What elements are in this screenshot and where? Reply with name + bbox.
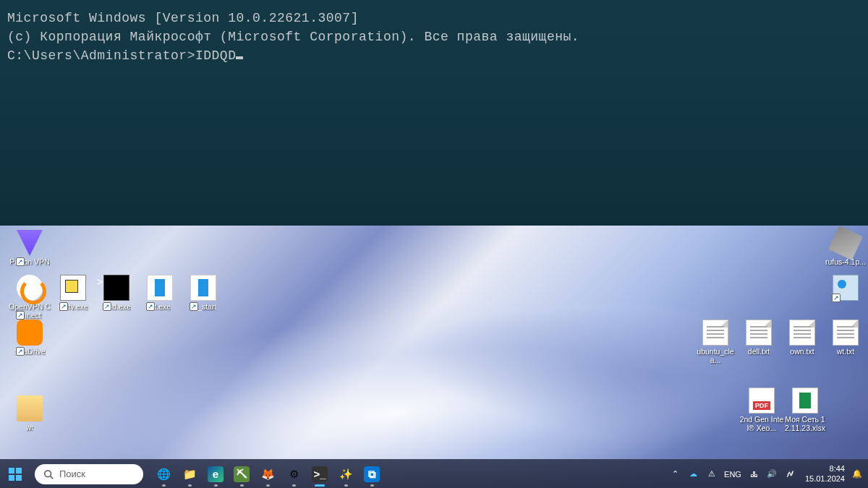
icon-label: wt.txt [837, 347, 855, 356]
desktop-icon-openvpn-connect[interactable]: ↗OpenVPN Connect [7, 275, 52, 320]
start-button[interactable] [0, 460, 30, 488]
xlsx-network-icon [792, 388, 818, 414]
icon-label: own.txt [790, 347, 814, 356]
active-indicator [240, 484, 244, 487]
desktop-icon-ubuntu-clean[interactable]: ubuntu_clea... [693, 320, 738, 364]
terminal-window[interactable]: Microsoft Windows [Version 10.0.22621.30… [0, 0, 868, 226]
firefox-icon: 🦊 [260, 466, 276, 482]
desktop-icon-seadrive[interactable]: ↗SeaDrive [7, 320, 52, 356]
clock-date: 15.01.2024 [805, 474, 845, 484]
terminal-input[interactable]: IDDQD [195, 48, 237, 63]
shortcut-arrow-icon: ↗ [190, 302, 198, 311]
wt-txt-icon [833, 320, 859, 346]
terminal-icon: >_ [312, 466, 328, 482]
tray-battery[interactable]: 🗲 [781, 460, 799, 488]
tray-onedrive[interactable]: ☁ [684, 460, 702, 488]
taskbar-app-settings[interactable]: ⚙ [281, 460, 307, 488]
active-indicator [162, 484, 166, 487]
desktop-icon-proton-vpn[interactable]: ↗Proton VPN [7, 230, 52, 266]
icon-label: 2nd Gen Intel® Xeo... [739, 415, 784, 432]
terminal-prompt: C:\Users\Administrator> [7, 48, 195, 63]
taskbar-app-copilot[interactable]: ✨ [333, 460, 359, 488]
active-indicator [214, 484, 218, 487]
svg-point-0 [45, 470, 51, 476]
taskbar-app-edge-alt[interactable]: 🌐 [150, 460, 176, 488]
clock-time: 8:44 [830, 464, 845, 474]
tray-network[interactable]: 🖧 [745, 460, 763, 488]
active-indicator [266, 484, 270, 487]
seadrive-icon [17, 320, 43, 346]
active-indicator [188, 484, 192, 487]
shield-icon: ⚠ [706, 468, 717, 479]
desktop-icon-xlsx-network[interactable]: Моя Сеть 12.11.23.xlsx [783, 388, 827, 432]
ubuntu-clean-icon [702, 320, 728, 346]
active-indicator [315, 484, 325, 487]
taskbar-app-firefox[interactable]: 🦊 [255, 460, 281, 488]
taskbar-search[interactable]: Поиск [35, 464, 143, 484]
bell-icon: 🔔 [852, 469, 862, 479]
rufus-icon [828, 226, 863, 260]
volume-icon: 🔊 [767, 468, 778, 479]
chevron-up-icon: ⌃ [670, 468, 681, 479]
cloud-icon: ☁ [688, 468, 699, 479]
desktop-icon-pdf-xeon[interactable]: 2nd Gen Intel® Xeo... [739, 388, 784, 432]
active-indicator [370, 484, 374, 487]
taskbar-app-vscode[interactable]: ⧉ [359, 460, 385, 488]
tray-chevron[interactable]: ⌃ [666, 460, 684, 488]
settings-icon: ⚙ [286, 466, 302, 482]
icon-label: rufus-4.1p... [825, 257, 866, 266]
wt-exe-icon [147, 275, 173, 301]
tray-security[interactable]: ⚠ [702, 460, 720, 488]
dell-txt-icon [746, 320, 772, 346]
openvpn-connect-icon [17, 275, 43, 301]
active-indicator [344, 484, 348, 487]
pdf-xeon-icon [749, 388, 775, 414]
tray-language[interactable]: ENG [720, 460, 745, 488]
cmd-icon [103, 275, 129, 301]
svg-line-1 [51, 476, 54, 479]
shortcut-arrow-icon: ↗ [832, 294, 841, 302]
desktop-icon-wt-txt[interactable]: wt.txt [823, 320, 868, 356]
terminal-prompt-line[interactable]: C:\Users\Administrator>IDDQD [7, 46, 861, 65]
terminal-cursor [236, 56, 243, 59]
search-placeholder: Поиск [59, 468, 85, 479]
shortcut-arrow-icon: ↗ [103, 302, 111, 311]
desktop-icon-wt-exe[interactable]: ↗wt.exe [137, 275, 182, 311]
search-icon [43, 469, 54, 479]
shortcut-arrow-icon: ↗ [16, 311, 25, 320]
notifications-button[interactable]: 🔔 [851, 460, 864, 488]
taskbar-app-file-explorer[interactable]: 📁 [176, 460, 203, 488]
desktop-icon-dell-txt[interactable]: dell.txt [736, 320, 781, 356]
windows-logo-icon [9, 468, 22, 481]
putty-icon [60, 275, 86, 301]
taskbar-apps: 🌐📁e⛏🦊⚙>_✨⧉ [150, 460, 385, 488]
shortcut-arrow-icon: ↗ [146, 302, 155, 311]
desktop-icon-control-panel[interactable]: ↗ [823, 275, 868, 302]
taskbar-app-minecraft[interactable]: ⛏ [229, 460, 255, 488]
active-indicator [292, 484, 296, 487]
edge-icon: e [208, 466, 224, 482]
tray-volume[interactable]: 🔊 [763, 460, 781, 488]
copilot-icon: ✨ [338, 466, 354, 482]
desktop-icon-rufus[interactable]: rufus-4.1p... [823, 230, 868, 266]
battery-icon: 🗲 [785, 468, 796, 479]
taskbar-clock[interactable]: 8:44 15.01.2024 [799, 464, 851, 483]
shortcut-arrow-icon: ↗ [16, 347, 25, 356]
wt-folder-icon [17, 395, 43, 421]
shortcut-arrow-icon: ↗ [59, 302, 68, 311]
system-tray: ⌃ ☁ ⚠ ENG 🖧 🔊 🗲 8:44 15.01.2024 🔔 [666, 460, 868, 488]
desktop-icon-own-txt[interactable]: own.txt [780, 320, 825, 356]
file-explorer-icon: 📁 [182, 466, 197, 482]
desktop-icon-wt-start[interactable]: ↗wt_start [181, 275, 226, 311]
desktop-icon-wt-folder[interactable]: wt [7, 395, 52, 432]
own-txt-icon [789, 320, 815, 346]
terminal-line: (c) Корпорация Майкрософт (Microsoft Cor… [7, 27, 861, 46]
terminal-line: Microsoft Windows [Version 10.0.22621.30… [7, 9, 861, 27]
desktop-icon-putty[interactable]: ↗putty.exe [51, 275, 95, 311]
taskbar-app-terminal[interactable]: >_ [307, 460, 333, 488]
desktop-icon-cmd[interactable]: ↗cmd.exe [94, 275, 139, 311]
taskbar-app-edge[interactable]: e [203, 460, 229, 488]
icon-label: wt [26, 423, 34, 432]
proton-vpn-icon [17, 230, 43, 256]
icon-label: Моя Сеть 12.11.23.xlsx [783, 415, 827, 432]
